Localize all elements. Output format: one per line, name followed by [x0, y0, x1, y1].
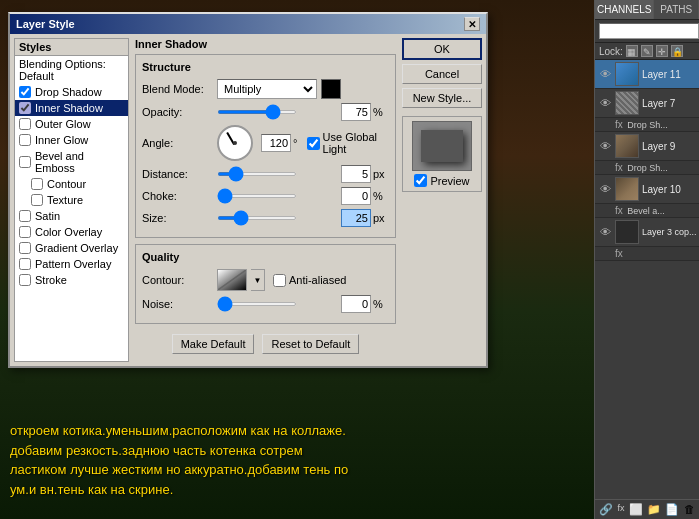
choke-value[interactable] — [341, 187, 371, 205]
layer-blend-mode[interactable]: Normal — [599, 23, 699, 39]
noise-value[interactable] — [341, 295, 371, 313]
stroke-checkbox[interactable] — [19, 274, 31, 286]
blend-mode-row: Blend Mode: Multiply Normal — [142, 79, 389, 99]
layer-visibility-layer3cop[interactable]: 👁 — [598, 225, 612, 239]
contour-checkbox[interactable] — [31, 178, 43, 190]
tab-paths[interactable]: PATHS — [654, 0, 699, 19]
opacity-slider-container — [217, 110, 339, 114]
new-layer-icon[interactable]: 📄 — [665, 503, 679, 516]
layer-visibility-layer11[interactable]: 👁 — [598, 67, 612, 81]
link-icon[interactable]: 🔗 — [599, 503, 613, 516]
fx-icon[interactable]: fx — [617, 503, 624, 516]
ok-button[interactable]: OK — [402, 38, 482, 60]
angle-value[interactable] — [261, 134, 291, 152]
satin-checkbox[interactable] — [19, 210, 31, 222]
lock-all-icon[interactable]: 🔒 — [671, 45, 683, 57]
stroke-label: Stroke — [35, 274, 67, 286]
dialog-body: Styles Blending Options: Default Drop Sh… — [10, 34, 486, 366]
distance-row: Distance: px — [142, 165, 389, 183]
lock-position-icon[interactable]: ✛ — [656, 45, 668, 57]
lock-transparency-icon[interactable]: ▦ — [626, 45, 638, 57]
make-default-button[interactable]: Make Default — [172, 334, 255, 354]
use-global-light-label: Use Global Light — [307, 131, 389, 155]
layer-style-dialog: Layer Style ✕ Styles Blending Options: D… — [8, 12, 488, 368]
contour-row: Contour: — [142, 269, 389, 291]
layer-name-layer3cop: Layer 3 cop... — [642, 227, 696, 237]
coloroverlay-checkbox[interactable] — [19, 226, 31, 238]
texture-checkbox[interactable] — [31, 194, 43, 206]
opacity-label: Opacity: — [142, 106, 217, 118]
quality-box: Quality Contour: — [135, 244, 396, 324]
tab-channels[interactable]: CHANNELS — [595, 0, 654, 19]
layer-item-layer3cop[interactable]: 👁 Layer 3 cop... — [595, 218, 699, 247]
layer-item-layer9[interactable]: 👁 Layer 9 — [595, 132, 699, 161]
contour-label: Contour — [47, 178, 86, 190]
size-control: px — [217, 209, 389, 227]
innerglow-checkbox[interactable] — [19, 134, 31, 146]
angle-control: ° Use Global Light — [217, 125, 389, 161]
innershadow-checkbox[interactable] — [19, 102, 31, 114]
gradientoverlay-checkbox[interactable] — [19, 242, 31, 254]
anti-aliased-checkbox[interactable] — [273, 274, 286, 287]
layer-visibility-layer9[interactable]: 👁 — [598, 139, 612, 153]
sidebar-item-innershadow[interactable]: Inner Shadow — [15, 100, 128, 116]
cancel-button[interactable]: Cancel — [402, 64, 482, 84]
sidebar-item-dropshadow[interactable]: Drop Shadow — [15, 84, 128, 100]
sidebar-item-stroke[interactable]: Stroke — [15, 272, 128, 288]
layer-item-layer7[interactable]: 👁 Layer 7 — [595, 89, 699, 118]
new-group-icon[interactable]: 📁 — [647, 503, 661, 516]
blend-mode-select[interactable]: Multiply Normal — [217, 79, 317, 99]
reset-default-button[interactable]: Reset to Default — [262, 334, 359, 354]
preview-checkbox[interactable] — [414, 174, 427, 187]
layer-visibility-layer7[interactable]: 👁 — [598, 96, 612, 110]
panel-bottom-toolbar: 🔗 fx ⬜ 📁 📄 🗑 — [595, 499, 699, 519]
blend-mode-row: Normal — [595, 20, 699, 43]
outerglow-checkbox[interactable] — [19, 118, 31, 130]
opacity-value[interactable] — [341, 103, 371, 121]
layer-item-layer11[interactable]: 👁 Layer 11 — [595, 60, 699, 89]
choke-unit: % — [373, 190, 389, 202]
distance-slider[interactable] — [217, 172, 297, 176]
dialog-close-button[interactable]: ✕ — [464, 17, 480, 31]
bevel-checkbox[interactable] — [19, 156, 31, 168]
patternoverlay-checkbox[interactable] — [19, 258, 31, 270]
layer-item-layer10[interactable]: 👁 Layer 10 — [595, 175, 699, 204]
sidebar-item-contour[interactable]: Contour — [15, 176, 128, 192]
contour-thumbnail[interactable] — [217, 269, 247, 291]
sidebar-item-innerglow[interactable]: Inner Glow — [15, 132, 128, 148]
angle-center — [233, 141, 237, 145]
angle-dial[interactable] — [217, 125, 253, 161]
contour-dropdown-arrow[interactable]: ▼ — [251, 269, 265, 291]
size-slider[interactable] — [217, 216, 297, 220]
satin-label: Satin — [35, 210, 60, 222]
opacity-slider[interactable] — [217, 110, 297, 114]
dropshadow-label: Drop Shadow — [35, 86, 102, 98]
blend-color-swatch[interactable] — [321, 79, 341, 99]
new-style-button[interactable]: New Style... — [402, 88, 482, 108]
sidebar-item-coloroverlay[interactable]: Color Overlay — [15, 224, 128, 240]
sidebar-item-gradientoverlay[interactable]: Gradient Overlay — [15, 240, 128, 256]
mask-icon[interactable]: ⬜ — [629, 503, 643, 516]
size-value[interactable] — [341, 209, 371, 227]
sidebar-item-blending[interactable]: Blending Options: Default — [15, 56, 128, 84]
layer-visibility-layer10[interactable]: 👁 — [598, 182, 612, 196]
sidebar-item-texture[interactable]: Texture — [15, 192, 128, 208]
sidebar-item-satin[interactable]: Satin — [15, 208, 128, 224]
effect-bevel-layer10: Bevel a... — [627, 206, 665, 216]
bevel-label: Bevel and Emboss — [35, 150, 124, 174]
structure-title: Structure — [142, 61, 389, 73]
angle-row: Angle: ° Use Global Light — [142, 125, 389, 161]
choke-slider[interactable] — [217, 194, 297, 198]
preview-text: Preview — [430, 175, 469, 187]
delete-icon[interactable]: 🗑 — [684, 503, 695, 516]
sidebar-item-outerglow[interactable]: Outer Glow — [15, 116, 128, 132]
sidebar-item-bevel[interactable]: Bevel and Emboss — [15, 148, 128, 176]
noise-slider[interactable] — [217, 302, 297, 306]
dropshadow-checkbox[interactable] — [19, 86, 31, 98]
sidebar-item-patternoverlay[interactable]: Pattern Overlay — [15, 256, 128, 272]
layer-name-layer11: Layer 11 — [642, 69, 681, 80]
lock-image-icon[interactable]: ✎ — [641, 45, 653, 57]
distance-value[interactable] — [341, 165, 371, 183]
use-global-light-checkbox[interactable] — [307, 137, 320, 150]
effect-dropshadow-layer9: Drop Sh... — [627, 163, 668, 173]
